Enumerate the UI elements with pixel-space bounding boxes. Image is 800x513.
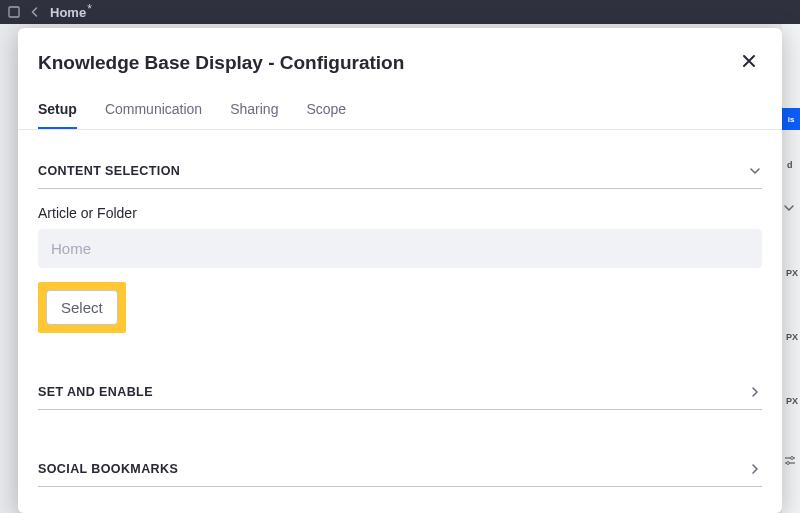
select-button-highlight: Select [38, 282, 126, 333]
tab-sharing[interactable]: Sharing [230, 93, 278, 129]
tab-communication[interactable]: Communication [105, 93, 202, 129]
modal-title: Knowledge Base Display - Configuration [38, 52, 404, 74]
chevron-down-icon [748, 164, 762, 178]
right-strip: is d PX PX PX [782, 24, 800, 513]
svg-point-4 [787, 462, 790, 465]
chevron-right-icon [748, 462, 762, 476]
modal-body: CONTENT SELECTION Article or Folder Sele… [18, 130, 782, 513]
right-strip-px-1: PX [782, 268, 800, 278]
configuration-modal: Knowledge Base Display - Configuration S… [18, 28, 782, 513]
app-header: Home * [0, 0, 800, 24]
tab-setup[interactable]: Setup [38, 93, 77, 129]
tab-scope[interactable]: Scope [306, 93, 346, 129]
modal-tabs: Setup Communication Sharing Scope [18, 93, 782, 130]
breadcrumb-home[interactable]: Home [50, 5, 86, 20]
section-title-social-bookmarks: SOCIAL BOOKMARKS [38, 462, 178, 476]
section-title-set-and-enable: SET AND ENABLE [38, 385, 153, 399]
section-social-bookmarks[interactable]: SOCIAL BOOKMARKS [38, 444, 762, 487]
modal-header: Knowledge Base Display - Configuration [18, 28, 782, 93]
right-strip-px-2: PX [782, 332, 800, 342]
svg-rect-0 [9, 7, 19, 17]
close-icon [740, 52, 758, 73]
right-strip-px-3: PX [782, 396, 800, 406]
sliders-icon [784, 456, 796, 468]
window-icon [8, 6, 20, 18]
section-title-content-selection: CONTENT SELECTION [38, 164, 180, 178]
select-button[interactable]: Select [46, 290, 118, 325]
field-label-article-or-folder: Article or Folder [38, 205, 762, 221]
spacer [38, 333, 762, 367]
dirty-indicator: * [87, 2, 92, 16]
article-or-folder-input[interactable] [38, 229, 762, 268]
back-icon[interactable] [30, 7, 40, 17]
chevron-down-icon [784, 204, 794, 214]
field-article-or-folder: Article or Folder Select [38, 189, 762, 333]
section-set-and-enable[interactable]: SET AND ENABLE [38, 367, 762, 410]
right-strip-blue: is [782, 108, 800, 130]
chevron-right-icon [748, 385, 762, 399]
svg-point-2 [791, 457, 794, 460]
spacer [38, 410, 762, 444]
right-strip-d: d [787, 160, 793, 170]
close-button[interactable] [736, 48, 762, 77]
section-content-selection[interactable]: CONTENT SELECTION [38, 146, 762, 189]
